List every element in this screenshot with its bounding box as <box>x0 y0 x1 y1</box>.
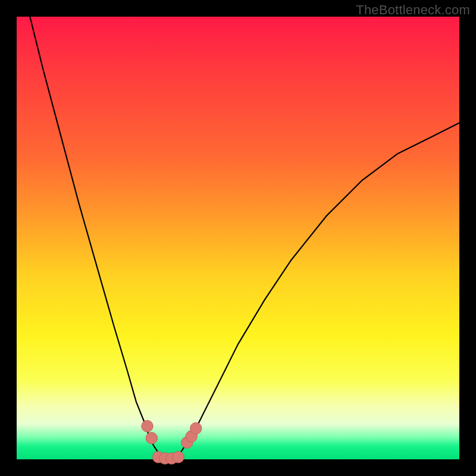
marker-left-upper <box>142 421 153 432</box>
bottleneck-curve <box>30 17 459 459</box>
watermark-text: TheBottleneck.com <box>356 2 470 18</box>
data-markers <box>142 421 202 465</box>
marker-right-3 <box>190 422 202 434</box>
plot-area <box>17 17 459 459</box>
chart-svg <box>17 17 459 459</box>
marker-valley-4 <box>173 452 184 463</box>
outer-frame: TheBottleneck.com <box>0 0 476 476</box>
marker-left-lower <box>146 433 157 444</box>
